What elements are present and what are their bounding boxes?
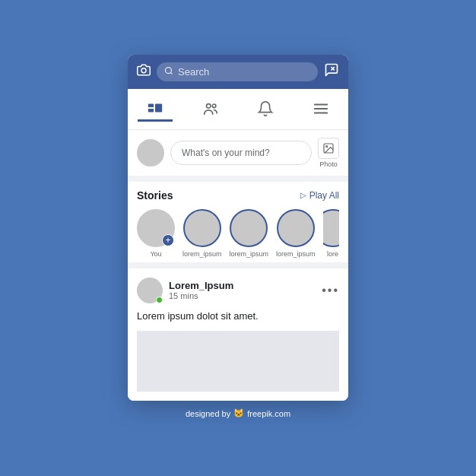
messenger-icon[interactable] xyxy=(324,62,339,81)
photo-icon xyxy=(318,138,339,159)
svg-point-0 xyxy=(141,68,146,73)
post-user-avatar xyxy=(137,278,163,303)
story-item-3[interactable]: lorem_ipsum xyxy=(276,209,316,258)
freepik-logo: 🐱 xyxy=(233,408,244,418)
footer-brand: designed by 🐱 freepik.com xyxy=(186,401,290,421)
photo-label: Photo xyxy=(319,160,338,168)
story-avatar-1 xyxy=(183,209,221,247)
nav-notifications[interactable] xyxy=(248,97,283,120)
story-avatar-4 xyxy=(323,209,339,247)
svg-line-2 xyxy=(170,72,172,74)
post-image-placeholder xyxy=(137,331,339,392)
nav-bar xyxy=(128,89,348,130)
story-item-4[interactable]: lore xyxy=(323,209,339,258)
svg-rect-6 xyxy=(148,109,154,113)
online-status-dot xyxy=(156,297,163,303)
search-placeholder-text: Search xyxy=(178,66,209,78)
story-avatar-3 xyxy=(277,209,315,247)
svg-point-1 xyxy=(166,67,172,73)
photo-button[interactable]: Photo xyxy=(318,138,339,168)
story-avatar-you: + xyxy=(137,209,175,247)
nav-menu[interactable] xyxy=(303,97,338,120)
stories-title: Stories xyxy=(137,189,173,202)
post-header: Lorem_Ipsum 15 mins ••• xyxy=(137,278,339,303)
post-content-text: Lorem ipsum dolot sit amet. xyxy=(137,309,339,323)
post-section: Lorem_Ipsum 15 mins ••• Lorem ipsum dolo… xyxy=(128,268,348,401)
nav-home[interactable] xyxy=(138,97,173,122)
top-bar: Search xyxy=(128,55,348,89)
phone-container: Search xyxy=(128,55,348,401)
search-icon xyxy=(164,66,173,78)
story-label-2: lorem_ipsum xyxy=(230,250,269,258)
svg-rect-5 xyxy=(148,103,154,107)
svg-point-14 xyxy=(326,146,328,148)
svg-point-8 xyxy=(206,104,211,109)
post-create-area: What's on your mind? Photo xyxy=(128,130,348,182)
post-more-button[interactable]: ••• xyxy=(322,284,339,297)
post-input[interactable]: What's on your mind? xyxy=(170,141,312,165)
stories-header: Stories ▷ Play All xyxy=(137,189,339,202)
story-item-2[interactable]: lorem_ipsum xyxy=(230,209,269,258)
footer-brand-name: freepik.com xyxy=(247,409,290,418)
story-label-4: lore xyxy=(327,250,338,258)
story-label-you: You xyxy=(150,250,161,258)
post-time: 15 mins xyxy=(169,291,233,300)
svg-rect-7 xyxy=(155,103,162,112)
story-avatar-2 xyxy=(230,209,268,247)
play-icon: ▷ xyxy=(300,191,306,199)
footer-label: designed by xyxy=(186,409,230,418)
story-label-1: lorem_ipsum xyxy=(182,250,222,258)
post-user-details: Lorem_Ipsum 15 mins xyxy=(169,280,233,300)
story-item-you[interactable]: + You xyxy=(137,209,175,258)
play-all-label: Play All xyxy=(309,190,339,201)
search-bar[interactable]: Search xyxy=(157,62,318,81)
svg-point-9 xyxy=(212,104,216,108)
user-avatar xyxy=(137,139,164,167)
post-username: Lorem_Ipsum xyxy=(169,280,233,291)
stories-list: + You lorem_ipsum lorem_ipsum lorem_ipsu… xyxy=(137,209,339,258)
stories-section: Stories ▷ Play All + You lorem_ipsum xyxy=(128,182,348,268)
post-user-info: Lorem_Ipsum 15 mins xyxy=(137,278,233,303)
story-item-1[interactable]: lorem_ipsum xyxy=(182,209,222,258)
nav-friends[interactable] xyxy=(193,97,228,120)
story-label-3: lorem_ipsum xyxy=(276,250,316,258)
camera-icon[interactable] xyxy=(137,63,151,81)
add-story-button[interactable]: + xyxy=(162,234,174,246)
play-all-button[interactable]: ▷ Play All xyxy=(300,190,339,201)
